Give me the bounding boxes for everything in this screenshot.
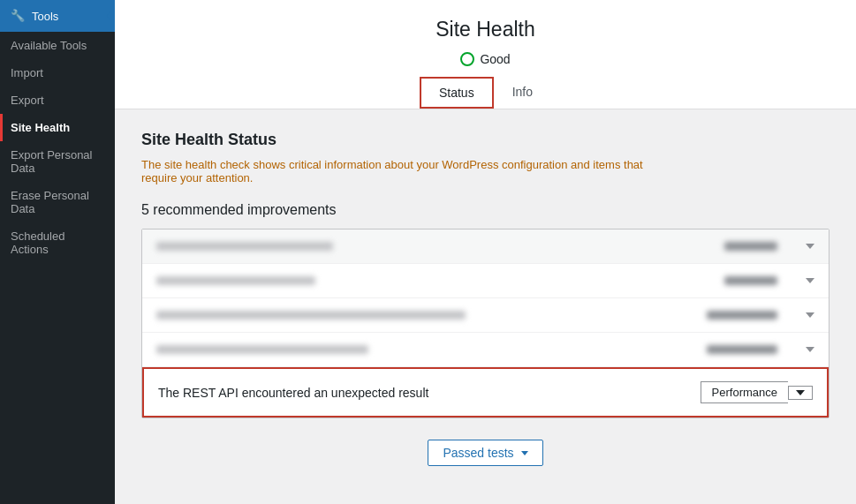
status-indicator: Good <box>133 52 838 66</box>
performance-button[interactable]: Performance <box>701 381 788 403</box>
sidebar-item-erase-personal-data[interactable]: Erase Personal Data <box>0 182 115 222</box>
tab-status[interactable]: Status <box>420 77 494 109</box>
rest-api-text: The REST API encountered an unexpected r… <box>158 386 428 400</box>
list-item <box>142 333 829 367</box>
list-item <box>142 298 829 333</box>
item-right <box>707 311 814 320</box>
list-item <box>142 264 829 298</box>
sidebar: 🔧 Tools Available Tools Import Export Si… <box>0 0 115 504</box>
status-text: Good <box>480 52 510 66</box>
sidebar-arrow <box>106 11 111 20</box>
wrench-icon: 🔧 <box>11 9 25 23</box>
performance-chevron-button[interactable] <box>788 386 813 400</box>
blurred-text <box>156 311 466 320</box>
sidebar-item-import[interactable]: Import <box>0 59 115 87</box>
passed-tests-button[interactable]: Passed tests <box>428 440 542 466</box>
blurred-tag <box>707 311 777 320</box>
chevron-down-icon <box>521 451 528 455</box>
section-title: Site Health Status <box>141 131 829 149</box>
main-content: Site Health Good Status Info Site Health… <box>115 0 856 504</box>
item-right <box>724 276 814 285</box>
section-description: The site health check shows critical inf… <box>141 158 671 184</box>
item-right <box>724 242 814 251</box>
sidebar-item-available-tools[interactable]: Available Tools <box>0 32 115 59</box>
sidebar-item-scheduled-actions[interactable]: Scheduled Actions <box>0 222 115 263</box>
sidebar-item-tools[interactable]: 🔧 Tools <box>0 0 115 32</box>
chevron-down-icon <box>806 244 814 249</box>
chevron-down-icon <box>806 312 814 318</box>
improvements-title: 5 recommended improvements <box>141 202 829 218</box>
chevron-down-icon <box>806 347 814 352</box>
page-header: Site Health Good Status Info <box>115 0 856 109</box>
content-area: Site Health Status The site health check… <box>115 109 856 504</box>
chevron-down-icon <box>796 390 805 395</box>
tab-info[interactable]: Info <box>494 77 551 109</box>
passed-tests-section: Passed tests <box>141 440 829 466</box>
chevron-down-icon <box>806 278 814 283</box>
sidebar-item-export-personal-data[interactable]: Export Personal Data <box>0 141 115 182</box>
sidebar-tools-label: Tools <box>32 10 58 23</box>
blurred-tag <box>724 242 777 251</box>
improvements-list: The REST API encountered an unexpected r… <box>141 229 829 418</box>
blurred-text <box>156 242 333 251</box>
item-right <box>707 345 814 354</box>
blurred-text <box>156 345 368 354</box>
blurred-text <box>156 276 315 285</box>
performance-badge: Performance <box>701 381 813 403</box>
sidebar-item-site-health[interactable]: Site Health <box>0 114 115 141</box>
passed-tests-label: Passed tests <box>443 446 513 460</box>
tabs: Status Info <box>133 77 838 109</box>
blurred-tag <box>707 345 777 354</box>
status-dot-icon <box>460 52 474 66</box>
page-title: Site Health <box>133 18 838 41</box>
sidebar-item-export[interactable]: Export <box>0 87 115 114</box>
rest-api-item: The REST API encountered an unexpected r… <box>142 367 829 417</box>
blurred-tag <box>724 276 777 285</box>
list-item <box>142 229 829 264</box>
